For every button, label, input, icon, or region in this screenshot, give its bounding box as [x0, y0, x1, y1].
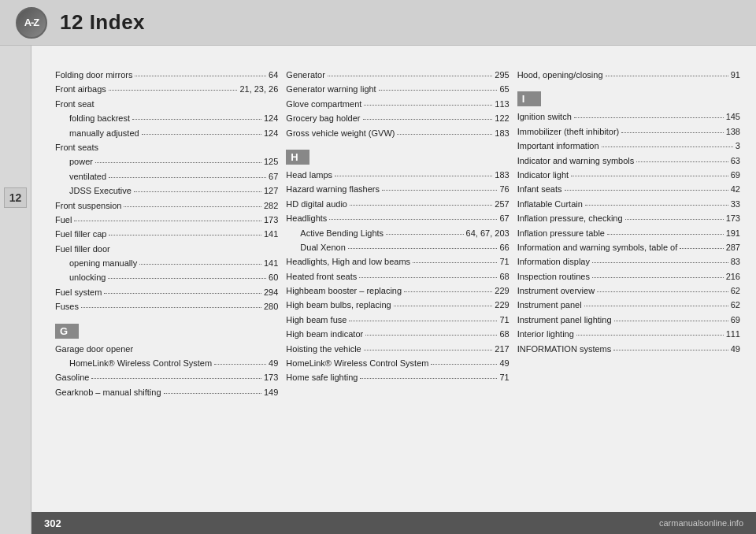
index-entry: Active Bending Lights 64, 67, 203 — [286, 228, 509, 239]
index-entry: Fuel 173 — [55, 214, 278, 226]
index-entry: High beam indicator 68 — [286, 328, 509, 340]
logo: A-Z — [16, 7, 47, 39]
index-entry: Information display 83 — [517, 256, 740, 268]
index-entry: Dual Xenon 66 — [286, 242, 509, 254]
index-entry: Fuel filler door — [55, 243, 278, 255]
index-entry: Indicator light 69 — [517, 169, 740, 181]
index-entry: ventilated 67 — [55, 171, 278, 183]
index-entry: Heated front seats 68 — [286, 271, 509, 283]
index-entry: Fuel filler cap 141 — [55, 228, 278, 240]
index-entry: Front suspension 282 — [55, 200, 278, 212]
index-entry: power 125 — [55, 156, 278, 168]
index-entry: unlocking 60 — [55, 272, 278, 284]
index-entry: Interior lighting 111 — [517, 328, 740, 340]
index-entry: Gasoline 173 — [55, 372, 278, 384]
index-entry: High beam fuse 71 — [286, 314, 509, 326]
index-entry: Important information 3 — [517, 140, 740, 152]
index-entry: HD digital audio 257 — [286, 198, 509, 210]
index-entry: Hazard warning flashers 76 — [286, 184, 509, 195]
index-entry: Instrument panel 62 — [517, 299, 740, 311]
index-entry: Head lamps 183 — [286, 169, 509, 181]
index-entry: Immobilizer (theft inhibitor) 138 — [517, 126, 740, 138]
index-entry: Inflation pressure table 191 — [517, 228, 740, 239]
index-entry: Inflatable Curtain 33 — [517, 198, 740, 210]
index-entry: HomeLink® Wireless Control System 49 — [286, 358, 509, 369]
index-entry: Fuses 280 — [55, 301, 278, 313]
page-number: 302 — [44, 517, 61, 529]
section-g-col1: G — [55, 324, 79, 339]
index-entry: Headlights, High and low beams 71 — [286, 256, 509, 268]
index-entry: Gearknob – manual shifting 149 — [55, 387, 278, 399]
index-entry: Inflation pressure, checking 173 — [517, 213, 740, 224]
index-entry: Folding door mirrors 64 — [55, 69, 278, 81]
col-3: Hood, opening/closing 91 I Ignition swit… — [517, 69, 740, 518]
index-entry: Information and warning symbols, table o… — [517, 242, 740, 254]
index-entry: Fuel system 294 — [55, 287, 278, 299]
index-entry: HomeLink® Wireless Control System 49 — [55, 358, 278, 369]
index-entry: folding backrest 124 — [55, 113, 278, 124]
page-header: A-Z 12 Index — [0, 0, 756, 46]
chapter-sidebar: 12 — [0, 46, 32, 534]
index-entry: Garage door opener — [55, 343, 278, 355]
index-entry: Hoisting the vehicle 217 — [286, 343, 509, 355]
index-entry: Front seats — [55, 142, 278, 154]
index-entry: INFORMATION systems 49 — [517, 343, 740, 355]
watermark: carmanualsonline.info — [659, 518, 743, 528]
col-2: Generator 295 Generator warning light 65… — [286, 69, 509, 518]
section-i-col3: I — [517, 91, 541, 106]
index-entry: Generator 295 — [286, 69, 509, 81]
index-entry: Home safe lighting 71 — [286, 372, 509, 384]
index-entry: Ignition switch 145 — [517, 111, 740, 123]
index-entry: opening manually 141 — [55, 258, 278, 269]
index-entry: High beam bulbs, replacing 229 — [286, 299, 509, 311]
index-entry: Hood, opening/closing 91 — [517, 69, 740, 81]
index-entry: Glove compartment 113 — [286, 98, 509, 110]
index-entry: Front seat — [55, 98, 278, 110]
index-entry: Instrument panel lighting 69 — [517, 314, 740, 326]
col-1: Folding door mirrors 64 Front airbags 21… — [55, 69, 278, 518]
index-entry: Instrument overview 62 — [517, 285, 740, 297]
index-entry: Grocery bag holder 122 — [286, 113, 509, 124]
index-entry: Headlights 67 — [286, 213, 509, 224]
index-entry: Front airbags 21, 23, 26 — [55, 83, 278, 95]
index-entry: Inspection routines 216 — [517, 271, 740, 283]
chapter-number: 12 — [4, 187, 28, 208]
index-entry: Indicator and warning symbols 63 — [517, 155, 740, 167]
index-entry: Gross vehicle weight (GVW) 183 — [286, 128, 509, 139]
page-title: 12 Index — [60, 10, 145, 35]
index-entry: Highbeam booster – replacing 229 — [286, 285, 509, 297]
index-entry: Generator warning light 65 — [286, 83, 509, 95]
bottom-bar: 302 carmanualsonline.info — [32, 512, 756, 534]
index-entry: JDSS Executive 127 — [55, 185, 278, 197]
section-h-col2: H — [286, 150, 309, 165]
main-content: 12 Folding door mirrors 64 Front airbags… — [0, 46, 756, 534]
index-entry: manually adjusted 124 — [55, 128, 278, 139]
index-entry: Infant seats 42 — [517, 184, 740, 195]
index-content: Folding door mirrors 64 Front airbags 21… — [32, 46, 756, 534]
